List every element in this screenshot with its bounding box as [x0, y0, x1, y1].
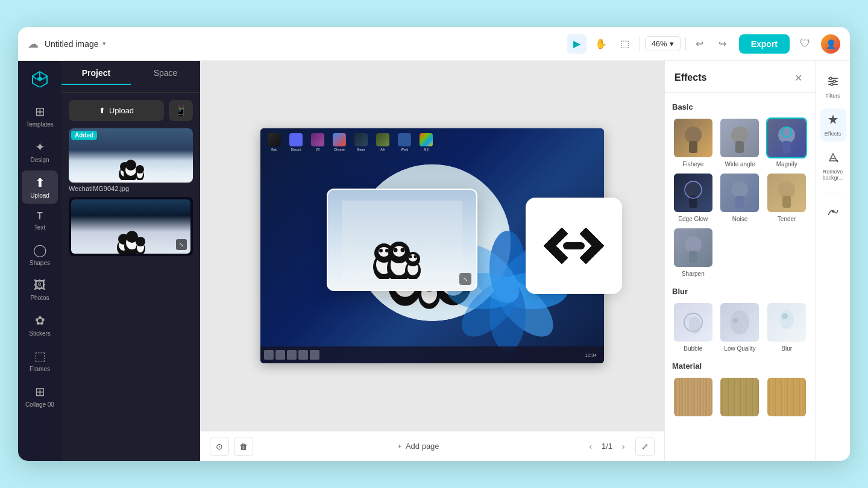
- effect-sharpen[interactable]: Sharpen: [672, 227, 714, 277]
- shield-button[interactable]: 🛡: [796, 34, 815, 54]
- sidebar-item-stickers[interactable]: ✿ Stickers: [22, 308, 58, 342]
- page-indicator: 1/1: [602, 442, 612, 451]
- sidebar: Project Space ⬆ Upload 📱: [61, 61, 200, 461]
- svg-point-95: [782, 313, 788, 319]
- effects-right-label: Effects: [825, 131, 841, 137]
- effect-material-3[interactable]: [766, 377, 808, 420]
- desktop-icon-chrome: Chrome: [330, 133, 348, 155]
- desktop-icon-ms: MS: [417, 133, 435, 155]
- svg-rect-78: [782, 141, 791, 153]
- top-bar-center: ▶ ✋ ⬚ 46% ▾ ↩ ↪: [567, 34, 732, 54]
- capcut-logo-overlay: [526, 198, 622, 294]
- effect-noise[interactable]: Noise: [719, 172, 761, 222]
- effect-blur[interactable]: Blur: [766, 302, 808, 352]
- taskbar-icon: [264, 350, 274, 360]
- effect-material-2[interactable]: [719, 377, 761, 420]
- shapes-icon: ◯: [33, 243, 46, 257]
- sidebar-item-shapes[interactable]: ◯ Shapes: [22, 238, 58, 271]
- page-options-button[interactable]: ⊙: [210, 437, 229, 456]
- curve-icon: [827, 205, 839, 221]
- templates-label: Templates: [26, 121, 54, 128]
- svg-rect-86: [782, 196, 791, 208]
- hand-tool-button[interactable]: ✋: [591, 34, 611, 54]
- taskbar-icon: [310, 350, 319, 360]
- right-tool-filters[interactable]: Filters: [820, 70, 846, 104]
- svg-point-93: [733, 318, 738, 323]
- title-area[interactable]: Untitled image ▾: [45, 39, 106, 49]
- add-page-button[interactable]: + Add page: [390, 438, 446, 454]
- svg-point-83: [731, 181, 748, 198]
- effect-tender[interactable]: Tender: [766, 172, 808, 222]
- effect-fisheye[interactable]: Fisheye: [672, 117, 714, 167]
- text-label: Text: [34, 224, 45, 231]
- effect-edge-glow[interactable]: Edge Glow: [672, 172, 714, 222]
- delete-page-button[interactable]: 🗑: [234, 437, 253, 456]
- right-tool-curve[interactable]: [820, 201, 846, 225]
- svg-point-20: [136, 237, 145, 246]
- effect-low-quality[interactable]: Low Quality: [719, 302, 761, 352]
- desktop-icon-word: Word: [395, 133, 414, 155]
- page-current: 1: [602, 442, 606, 451]
- effects-title: Effects: [675, 72, 706, 83]
- sidebar-item-collage[interactable]: ⊞ Collage 00: [22, 380, 58, 413]
- effects-close-button[interactable]: ✕: [791, 70, 805, 85]
- expand-icon[interactable]: ⤡: [176, 239, 187, 250]
- svg-point-77: [778, 127, 795, 143]
- upload-icon-symbol: ⬆: [99, 106, 105, 115]
- right-tool-remove-bg[interactable]: Remove backgr...: [820, 146, 846, 186]
- user-avatar[interactable]: 👤: [821, 34, 840, 54]
- sidebar-item-templates[interactable]: ⊞ Templates: [22, 99, 58, 133]
- canvas-bottom-left: ⊙ 🗑: [210, 437, 253, 456]
- prev-page-button[interactable]: ‹: [583, 439, 598, 454]
- expand-button[interactable]: ⤡: [459, 273, 471, 285]
- taskbar-icons: [264, 350, 582, 360]
- added-badge: Added: [71, 131, 97, 140]
- svg-point-71: [414, 255, 417, 258]
- app-logo[interactable]: [29, 68, 51, 90]
- canvas-element[interactable]: Epic Discord VS: [260, 128, 604, 363]
- canvas-content[interactable]: Epic Discord VS: [200, 61, 664, 431]
- export-button[interactable]: Export: [739, 34, 790, 54]
- effect-material-1[interactable]: [672, 377, 714, 420]
- remove-bg-label: Remove backgr...: [822, 169, 844, 181]
- edge-glow-label: Edge Glow: [678, 216, 708, 222]
- effect-magnify[interactable]: Magnify: [766, 117, 808, 167]
- svg-point-70: [409, 255, 412, 258]
- sidebar-item-frames[interactable]: ⬚ Frames: [22, 344, 58, 377]
- sidebar-item-text[interactable]: T Text: [22, 206, 58, 236]
- undo-button[interactable]: ↩: [691, 35, 709, 53]
- sidebar-item-photos[interactable]: 🖼 Photos: [22, 274, 58, 306]
- material-3-thumb: [766, 377, 807, 418]
- device-button[interactable]: 📱: [169, 100, 193, 121]
- sidebar-tabs: Project Space: [61, 61, 200, 93]
- zoom-selector[interactable]: 46% ▾: [645, 36, 681, 51]
- effect-bubble[interactable]: Bubble: [672, 302, 714, 352]
- svg-point-75: [731, 127, 748, 143]
- tab-project[interactable]: Project: [61, 61, 131, 92]
- select-tool-button[interactable]: ▶: [567, 34, 587, 54]
- low-quality-thumb: [719, 302, 760, 343]
- material-effects-grid: [672, 377, 808, 420]
- next-page-button[interactable]: ›: [616, 439, 631, 454]
- effect-wide-angle[interactable]: Wide angle: [719, 117, 761, 167]
- svg-rect-88: [689, 251, 697, 263]
- frame-tool-button[interactable]: ⬚: [615, 34, 635, 54]
- svg-point-92: [730, 310, 749, 334]
- upload-button[interactable]: ⬆ Upload: [69, 100, 164, 121]
- svg-rect-84: [735, 196, 744, 208]
- right-tool-effects[interactable]: Effects: [820, 108, 846, 142]
- redo-button[interactable]: ↪: [714, 35, 732, 53]
- effects-panel: Effects ✕ Basic: [664, 61, 815, 461]
- taskbar-icon: [275, 350, 285, 360]
- tab-space[interactable]: Space: [131, 61, 200, 92]
- sidebar-item-design[interactable]: ✦ Design: [22, 135, 58, 168]
- design-label: Design: [30, 157, 49, 163]
- sidebar-item-upload[interactable]: ⬆ Upload: [22, 170, 58, 204]
- toolbar-divider2: [685, 37, 686, 51]
- top-bar: ☁ Untitled image ▾ ▶ ✋ ⬚ 46% ▾ ↩ ↪ Expor…: [18, 27, 850, 61]
- uploaded-image-item[interactable]: Added WechatIMG9042.jpg: [69, 128, 193, 192]
- desktop-icon-discord: Discord: [287, 133, 305, 155]
- floating-preview-card[interactable]: ⤡: [327, 189, 477, 291]
- fullscreen-button[interactable]: ⤢: [635, 437, 655, 456]
- desktop-icon-vs: VS: [309, 133, 327, 155]
